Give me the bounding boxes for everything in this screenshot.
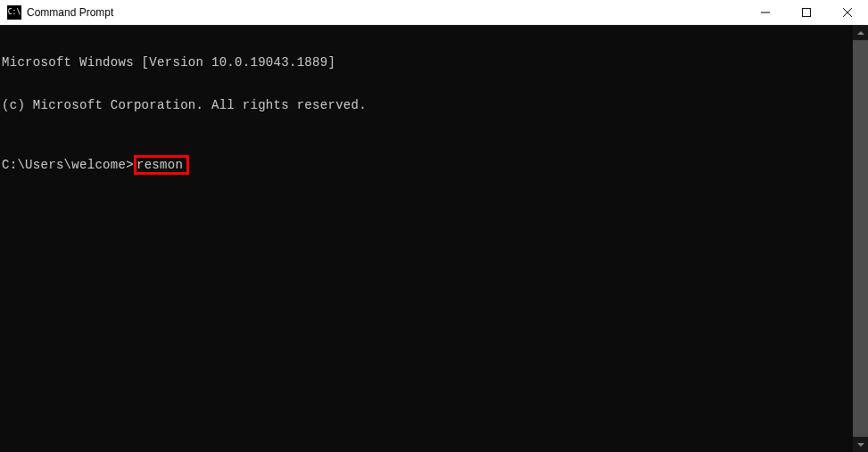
minimize-button[interactable] — [745, 0, 786, 25]
scroll-thumb[interactable] — [853, 40, 868, 437]
svg-rect-1 — [803, 9, 811, 17]
terminal-line-copyright: (c) Microsoft Corporation. All rights re… — [2, 98, 868, 112]
close-icon — [843, 8, 852, 17]
scrollbar[interactable] — [853, 25, 868, 452]
scroll-up-button[interactable] — [853, 25, 868, 40]
window-title: Command Prompt — [27, 6, 113, 19]
app-icon: C:\ — [7, 5, 21, 20]
typed-command: resmon — [136, 158, 183, 172]
terminal-content: Microsoft Windows [Version 10.0.19043.18… — [0, 25, 868, 203]
svg-marker-4 — [857, 31, 864, 35]
chevron-up-icon — [857, 31, 864, 35]
scroll-down-button[interactable] — [853, 437, 868, 452]
app-icon-text: C:\ — [8, 9, 21, 16]
terminal-line-version: Microsoft Windows [Version 10.0.19043.18… — [2, 55, 868, 70]
maximize-button[interactable] — [786, 0, 827, 25]
maximize-icon — [802, 8, 811, 17]
prompt-line: C:\Users\welcome>resmon — [2, 155, 868, 175]
minimize-icon — [761, 8, 770, 17]
close-button[interactable] — [827, 0, 868, 25]
command-highlight: resmon — [134, 155, 189, 175]
titlebar: C:\ Command Prompt — [0, 0, 868, 25]
prompt-path: C:\Users\welcome> — [2, 158, 134, 172]
svg-marker-5 — [857, 443, 864, 447]
window-controls — [745, 0, 868, 25]
terminal-area[interactable]: Microsoft Windows [Version 10.0.19043.18… — [0, 25, 868, 452]
chevron-down-icon — [857, 443, 864, 447]
